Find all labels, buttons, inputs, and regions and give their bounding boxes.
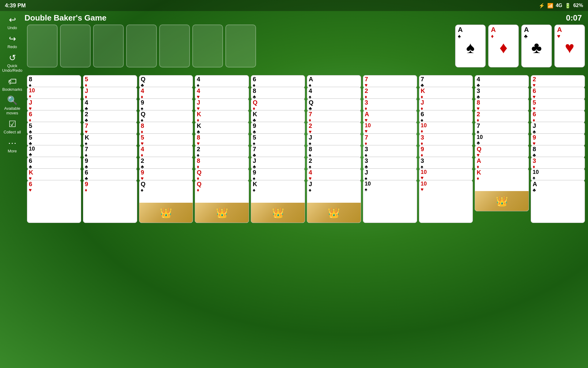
- tableau-card-col6-row0[interactable]: 7♥: [363, 75, 417, 88]
- tableau-card-col6-row6[interactable]: 3♠: [363, 145, 417, 158]
- tableau-card-col2-row9[interactable]: Q♠👑: [139, 180, 193, 223]
- tableau-card-col5-row0[interactable]: A♠: [307, 75, 361, 88]
- tableau-card-col6-row7[interactable]: 3♣: [363, 157, 417, 170]
- foundation-1[interactable]: A♦♦: [488, 25, 519, 67]
- tableau-card-col8-row2[interactable]: 8♥: [475, 98, 529, 111]
- tableau-card-col7-row8[interactable]: 10♥: [419, 168, 473, 181]
- tableau-card-col1-row3[interactable]: 2♣: [83, 110, 137, 123]
- tableau-card-col3-row0[interactable]: 4♠: [195, 75, 249, 88]
- tableau-card-col3-row8[interactable]: Q♦: [195, 168, 249, 181]
- tableau-card-col5-row8[interactable]: 4♥: [307, 168, 361, 181]
- tableau-card-col1-row7[interactable]: 9♣: [83, 157, 137, 170]
- tableau-card-col5-row2[interactable]: Q♣: [307, 98, 361, 111]
- tableau-card-col7-row4[interactable]: 10♦: [419, 122, 473, 135]
- tableau-card-col4-row7[interactable]: J♣: [251, 157, 305, 170]
- tableau-card-col0-row7[interactable]: 6♣: [27, 157, 81, 170]
- tableau-card-col9-row6[interactable]: 8♣: [531, 145, 585, 158]
- freecell-4[interactable]: [126, 25, 157, 67]
- tableau-card-col3-row6[interactable]: 2♠: [195, 145, 249, 158]
- tableau-card-col0-row5[interactable]: 5♣: [27, 133, 81, 146]
- tableau-card-col4-row8[interactable]: 9♠: [251, 168, 305, 181]
- tableau-card-col0-row8[interactable]: K♥: [27, 168, 81, 181]
- collect-all-button[interactable]: ☑ Collect all: [1, 118, 23, 136]
- bookmarks-button[interactable]: 🏷 Bookmarks: [1, 75, 23, 93]
- tableau-card-col0-row3[interactable]: 6♦: [27, 110, 81, 123]
- tableau-card-col6-row5[interactable]: 7♦: [363, 133, 417, 146]
- freecell-7[interactable]: [225, 25, 256, 67]
- tableau-card-col2-row3[interactable]: Q♠: [139, 110, 193, 123]
- tableau-card-col0-row4[interactable]: 5♣: [27, 122, 81, 135]
- tableau-card-col3-row1[interactable]: 4♥: [195, 87, 249, 100]
- tableau-card-col4-row5[interactable]: 5♠: [251, 133, 305, 146]
- tableau-card-col4-row0[interactable]: 6♠: [251, 75, 305, 88]
- tableau-card-col3-row2[interactable]: J♥: [195, 98, 249, 111]
- tableau-card-col7-row6[interactable]: 9♦: [419, 145, 473, 158]
- freecell-1[interactable]: [27, 25, 58, 67]
- tableau-card-col3-row4[interactable]: K♣: [195, 122, 249, 135]
- tableau-card-col6-row4[interactable]: 10♥: [363, 122, 417, 135]
- tableau-card-col6-row2[interactable]: 3♦: [363, 98, 417, 111]
- tableau-card-col8-row1[interactable]: 3♣: [475, 87, 529, 100]
- tableau-card-col9-row1[interactable]: 6♥: [531, 87, 585, 100]
- tableau-card-col9-row7[interactable]: 3♦: [531, 157, 585, 170]
- tableau-card-col5-row4[interactable]: 2♥: [307, 122, 361, 135]
- tableau-card-col0-row2[interactable]: J♥: [27, 98, 81, 111]
- tableau-card-col9-row0[interactable]: 2♥: [531, 75, 585, 88]
- tableau-card-col4-row6[interactable]: 7♣: [251, 145, 305, 158]
- tableau-card-col8-row3[interactable]: 2♦: [475, 110, 529, 123]
- foundation-3[interactable]: A♥♥: [554, 25, 585, 67]
- tableau-card-col2-row1[interactable]: 4♦: [139, 87, 193, 100]
- tableau-card-col4-row1[interactable]: 8♣: [251, 87, 305, 100]
- quick-undo-button[interactable]: ↺ Quick Undo/Redo: [1, 52, 23, 74]
- tableau-card-col4-row2[interactable]: Q♦: [251, 98, 305, 111]
- freecell-2[interactable]: [60, 25, 91, 67]
- tableau-card-col3-row7[interactable]: 8♦: [195, 157, 249, 170]
- tableau-card-col6-row1[interactable]: 2♦: [363, 87, 417, 100]
- tableau-card-col1-row9[interactable]: 9♦: [83, 180, 137, 223]
- tableau-card-col5-row7[interactable]: 2♠: [307, 157, 361, 170]
- tableau-card-col9-row2[interactable]: 5♥: [531, 98, 585, 111]
- freecell-5[interactable]: [159, 25, 190, 67]
- tableau-card-col8-row8[interactable]: K♦👑: [475, 168, 529, 211]
- tableau-card-col6-row9[interactable]: 10♠: [363, 180, 417, 223]
- tableau-card-col9-row4[interactable]: J♣: [531, 122, 585, 135]
- freecell-6[interactable]: [192, 25, 223, 67]
- tableau-card-col1-row4[interactable]: 7♥: [83, 122, 137, 135]
- tableau-card-col2-row0[interactable]: Q♣: [139, 75, 193, 88]
- tableau-card-col1-row2[interactable]: 4♣: [83, 98, 137, 111]
- tableau-card-col2-row2[interactable]: 9♠: [139, 98, 193, 111]
- tableau-card-col7-row3[interactable]: 6♠: [419, 110, 473, 123]
- tableau-card-col9-row8[interactable]: 10♠: [531, 168, 585, 181]
- tableau-card-col9-row5[interactable]: 9♥: [531, 133, 585, 146]
- tableau-card-col2-row6[interactable]: 4♦: [139, 145, 193, 158]
- available-moves-button[interactable]: 🔍 Available moves: [1, 94, 23, 117]
- freecell-3[interactable]: [93, 25, 124, 67]
- redo-button[interactable]: ↪ Redo: [1, 33, 23, 50]
- tableau-card-col2-row5[interactable]: 5♥: [139, 133, 193, 146]
- tableau-card-col9-row3[interactable]: 6♦: [531, 110, 585, 123]
- tableau-card-col9-row9[interactable]: A♣: [531, 180, 585, 223]
- tableau-card-col5-row5[interactable]: J♠: [307, 133, 361, 146]
- tableau-card-col6-row3[interactable]: A♥: [363, 110, 417, 123]
- tableau-card-col0-row1[interactable]: 10♦: [27, 87, 81, 100]
- tableau-card-col1-row0[interactable]: 5♦: [83, 75, 137, 88]
- foundation-2[interactable]: A♣♣: [521, 25, 552, 67]
- tableau-card-col8-row5[interactable]: 10♣: [475, 133, 529, 146]
- tableau-card-col3-row3[interactable]: K♦: [195, 110, 249, 123]
- undo-button[interactable]: ↩ Undo: [1, 13, 23, 31]
- tableau-card-col1-row6[interactable]: 7♠: [83, 145, 137, 158]
- tableau-card-col7-row1[interactable]: K♦: [419, 87, 473, 100]
- tableau-card-col8-row4[interactable]: 7♠: [475, 122, 529, 135]
- foundation-0[interactable]: A♠♠: [455, 25, 486, 67]
- tableau-card-col7-row9[interactable]: 10♥: [419, 180, 473, 223]
- tableau-card-col2-row7[interactable]: 2♣: [139, 157, 193, 170]
- tableau-card-col3-row5[interactable]: 8♥: [195, 133, 249, 146]
- tableau-card-col8-row0[interactable]: 4♣: [475, 75, 529, 88]
- tableau-card-col3-row9[interactable]: Q♦👑: [195, 180, 249, 223]
- tableau-card-col0-row9[interactable]: 6♥: [27, 180, 81, 223]
- tableau-card-col4-row3[interactable]: K♣: [251, 110, 305, 123]
- tableau-card-col2-row8[interactable]: 9♥: [139, 168, 193, 181]
- tableau-card-col5-row6[interactable]: 8♠: [307, 145, 361, 158]
- tableau-card-col7-row0[interactable]: 7♣: [419, 75, 473, 88]
- tableau-card-col7-row7[interactable]: 3♠: [419, 157, 473, 170]
